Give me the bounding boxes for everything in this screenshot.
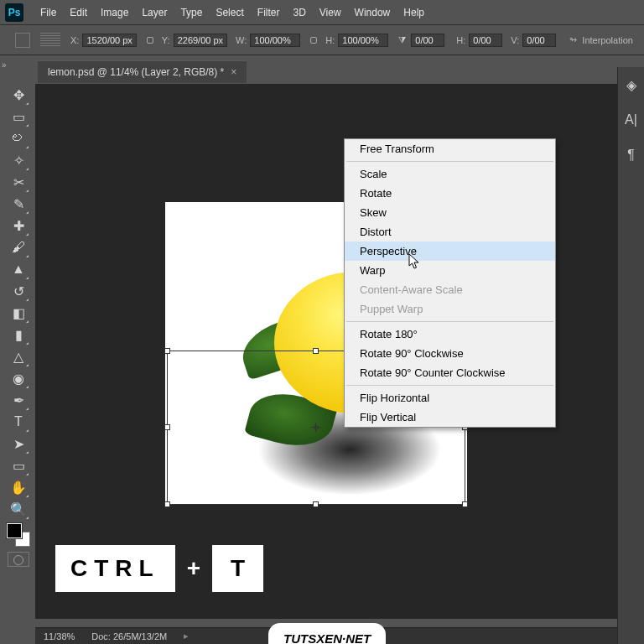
path-select-tool[interactable]: ➤	[8, 433, 29, 454]
menu-file[interactable]: File	[34, 7, 63, 18]
transform-handle[interactable]	[164, 348, 170, 354]
history-brush-tool[interactable]: ↺	[8, 280, 29, 302]
quick-mask-icon[interactable]	[8, 552, 29, 567]
healing-brush-tool[interactable]: ✚	[8, 215, 29, 236]
menu-bar: Ps FileEditImageLayerTypeSelectFilter3DV…	[0, 0, 644, 25]
menu-item-flip-vertical[interactable]: Flip Vertical	[345, 408, 555, 427]
h-input[interactable]: 100/00%	[338, 34, 388, 47]
transform-center-icon[interactable]	[311, 423, 321, 433]
document-tab[interactable]: lemon.psd @ 11/4% (Layer 2, RGB/8) * ×	[38, 60, 247, 83]
transform-context-menu: Free TransformScaleRotateSkewDistortPers…	[344, 138, 556, 428]
transform-handle[interactable]	[313, 501, 319, 507]
transform-handle[interactable]	[462, 501, 468, 507]
tools-panel: ✥▭ల✧✂✎✚🖌▲↺◧▮△◉✒T➤▭✋🔍	[5, 84, 32, 567]
interp-label: Interpolation	[582, 35, 633, 45]
h-label: H:	[325, 35, 335, 45]
eyedropper-tool[interactable]: ✎	[8, 193, 29, 215]
shortcut-overlay: CTRL + T	[55, 545, 263, 592]
paragraph-panel-icon[interactable]: ¶	[622, 146, 641, 164]
menu-separator	[346, 161, 553, 162]
watermark: TUTSXEN·NET	[268, 623, 386, 644]
delta-icon[interactable]	[145, 35, 155, 45]
transform-handle[interactable]	[164, 501, 170, 507]
zoom-tool[interactable]: 🔍	[8, 498, 29, 520]
menu-item-puppet-warp: Puppet Warp	[345, 299, 555, 319]
x-input[interactable]: 1520/00 px	[82, 34, 136, 47]
menu-item-rotate[interactable]: Rotate	[345, 184, 555, 203]
eraser-tool[interactable]: ◧	[8, 302, 29, 324]
menu-item-perspective[interactable]: Perspective	[345, 242, 555, 261]
options-bar: X:1520/00 px Y:2269/00 px W:100/00% H:10…	[0, 25, 644, 55]
menu-item-scale[interactable]: Scale	[345, 164, 555, 184]
menu-item-free-transform[interactable]: Free Transform	[345, 139, 555, 158]
keycap-t: T	[212, 545, 263, 592]
menu-type[interactable]: Type	[174, 7, 209, 18]
menu-item-content-aware-scale: Content-Aware Scale	[345, 280, 555, 299]
move-tool[interactable]: ✥	[8, 84, 29, 106]
menu-3d[interactable]: 3D	[286, 7, 312, 18]
blur-tool[interactable]: △	[8, 345, 29, 367]
menu-select[interactable]: Select	[209, 7, 250, 18]
right-panel-dock: ◈A|¶	[617, 67, 644, 644]
pen-tool[interactable]: ✒	[8, 389, 29, 411]
menu-item-warp[interactable]: Warp	[345, 261, 555, 280]
magic-wand-tool[interactable]: ✧	[8, 149, 29, 171]
skew-h-label: H:	[456, 35, 465, 45]
panel-expander-icon[interactable]: »	[2, 60, 7, 70]
menu-item-flip-horizontal[interactable]: Flip Horizontal	[345, 388, 555, 408]
transform-ref-icon[interactable]	[15, 33, 30, 48]
plus-icon: +	[187, 555, 200, 582]
crop-tool[interactable]: ✂	[8, 171, 29, 193]
menu-image[interactable]: Image	[94, 7, 135, 18]
menu-item-rotate-90-counter-clockwise[interactable]: Rotate 90° Counter Clockwise	[345, 363, 555, 382]
lasso-tool[interactable]: ల	[8, 127, 29, 149]
hand-tool[interactable]: ✋	[8, 476, 29, 498]
interp-icon: ↬	[569, 34, 577, 45]
skew-v-label: V:	[511, 35, 519, 45]
angle-icon: ⧩	[398, 34, 406, 45]
menu-edit[interactable]: Edit	[63, 7, 94, 18]
y-input[interactable]: 2269/00 px	[174, 34, 227, 47]
transform-handle[interactable]	[313, 348, 319, 354]
menu-separator	[346, 321, 553, 322]
link-wh-icon[interactable]	[309, 35, 319, 45]
zoom-level[interactable]: 11/38%	[44, 631, 75, 641]
layers-panel-icon[interactable]: ◈	[622, 75, 641, 94]
menu-item-distort[interactable]: Distort	[345, 222, 555, 242]
y-label: Y:	[162, 35, 170, 45]
cursor-icon	[408, 253, 420, 270]
doc-size: Doc: 26/5M/13/2M	[91, 631, 167, 641]
rectangle-tool[interactable]: ▭	[8, 454, 29, 476]
gradient-tool[interactable]: ▮	[8, 324, 29, 345]
menu-view[interactable]: View	[313, 7, 348, 18]
marquee-tool[interactable]: ▭	[8, 106, 29, 127]
type-tool[interactable]: T	[8, 411, 29, 433]
dodge-tool[interactable]: ◉	[8, 367, 29, 389]
x-label: X:	[70, 35, 79, 45]
menu-item-skew[interactable]: Skew	[345, 203, 555, 222]
menu-layer[interactable]: Layer	[135, 7, 174, 18]
skew-v-input[interactable]: 0/00	[522, 34, 556, 47]
w-input[interactable]: 100/00%	[250, 34, 300, 47]
keycap-ctrl: CTRL	[55, 545, 175, 592]
w-label: W:	[236, 35, 247, 45]
menu-separator	[346, 385, 553, 386]
transform-handle[interactable]	[164, 424, 170, 430]
close-tab-icon[interactable]: ×	[231, 66, 236, 78]
skew-h-input[interactable]: 0/00	[469, 34, 502, 47]
foreground-swatch[interactable]	[7, 523, 22, 538]
brush-tool[interactable]: 🖌	[8, 236, 29, 258]
menu-window[interactable]: Window	[348, 7, 397, 18]
ref-point-grid-icon[interactable]	[40, 33, 60, 48]
character-panel-icon[interactable]: A|	[622, 111, 641, 129]
app-logo: Ps	[5, 3, 23, 22]
swatches[interactable]	[7, 523, 30, 547]
menu-item-rotate-180-[interactable]: Rotate 180°	[345, 325, 555, 344]
document-tab-title: lemon.psd @ 11/4% (Layer 2, RGB/8) *	[48, 66, 224, 78]
rotate-input[interactable]: 0/00	[411, 34, 444, 47]
menu-item-rotate-90-clockwise[interactable]: Rotate 90° Clockwise	[345, 344, 555, 363]
menu-filter[interactable]: Filter	[251, 7, 287, 18]
clone-stamp-tool[interactable]: ▲	[8, 258, 29, 280]
menu-help[interactable]: Help	[397, 7, 431, 18]
disclosure-icon[interactable]: ▸	[184, 631, 189, 641]
